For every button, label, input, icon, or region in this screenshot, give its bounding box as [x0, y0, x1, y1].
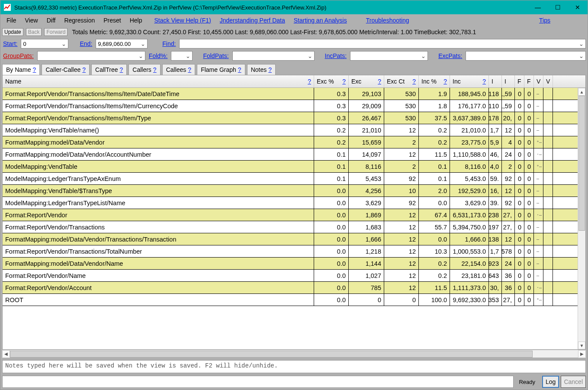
table-row[interactable]: Format:Report/Vendor/Transactions/Items/…: [3, 88, 585, 100]
log-button[interactable]: Log: [542, 376, 559, 388]
help-icon[interactable]: ?: [308, 78, 311, 85]
menu-regression[interactable]: Regression: [60, 16, 99, 25]
table-row[interactable]: FormatMapping:model/Data/Vendor/AccountN…: [3, 148, 585, 161]
cell-exc: 15,659: [349, 136, 384, 148]
foldpct-label[interactable]: Fold%:: [148, 52, 169, 59]
help-icon[interactable]: ?: [378, 78, 381, 85]
link-tips[interactable]: Tips: [535, 16, 555, 25]
help-icon[interactable]: ?: [82, 66, 86, 73]
menu-diff[interactable]: Diff: [42, 16, 60, 25]
table-row[interactable]: ModelMapping:VendTable/$TransType0.04,25…: [3, 185, 585, 197]
table-row[interactable]: Format:Report/Vendor/Account0.07851211.5…: [3, 282, 585, 294]
forward-button[interactable]: Forward: [44, 28, 67, 36]
link-understanding[interactable]: Jnderstanding Perf Data: [215, 16, 289, 25]
column-header[interactable]: V: [534, 75, 543, 87]
close-button[interactable]: ✕: [568, 0, 588, 14]
link-stack-view-help[interactable]: Stack View Help (F1): [150, 16, 215, 25]
scroll-thumb[interactable]: [10, 351, 533, 358]
link-starting[interactable]: Starting an Analysis: [289, 16, 351, 25]
table-row[interactable]: FormatMapping:model/Data/Vendor/Transact…: [3, 233, 585, 245]
table-row[interactable]: Format:Report/Vendor/Name0.01,027120.223…: [3, 270, 585, 282]
excpats-label[interactable]: ExcPats:: [437, 52, 463, 59]
tab-caller-callee[interactable]: Caller-Callee?: [42, 64, 90, 75]
foldpats-label[interactable]: FoldPats:: [202, 52, 229, 59]
column-header[interactable]: Exc Ct?: [384, 75, 419, 87]
foldpct-combo[interactable]: ⌄: [171, 51, 193, 61]
help-icon[interactable]: ?: [482, 78, 486, 85]
tab-notes[interactable]: Notes?: [247, 64, 276, 75]
end-combo[interactable]: 9,689,060.00 ⌄: [96, 39, 148, 48]
table-row[interactable]: FormatMapping:model/Data/Vendor/Name0.01…: [3, 258, 585, 270]
tab-callers[interactable]: Callers?: [129, 64, 160, 75]
column-header[interactable]: Exc %?: [314, 75, 349, 87]
link-troubleshooting[interactable]: Troubleshooting: [362, 16, 414, 25]
help-icon[interactable]: ?: [443, 78, 447, 85]
scroll-track[interactable]: [10, 350, 578, 358]
foldpats-combo[interactable]: ⌄: [232, 51, 315, 61]
cancel-button[interactable]: Cancel: [561, 376, 586, 388]
tab-calltree[interactable]: CallTree?: [91, 64, 127, 75]
tab-callees[interactable]: Callees?: [162, 64, 196, 75]
help-icon[interactable]: ?: [153, 66, 157, 73]
column-header[interactable]: Inc?: [450, 75, 489, 87]
update-button[interactable]: Update: [2, 28, 23, 36]
excpats-combo[interactable]: ⌄: [466, 51, 586, 61]
help-icon[interactable]: ?: [33, 66, 36, 73]
column-header[interactable]: I: [502, 75, 515, 87]
incpats-label[interactable]: IncPats:: [324, 52, 348, 59]
table-row[interactable]: ModelMapping:VendTable0.18,11620.18,116.…: [3, 161, 585, 173]
start-label[interactable]: Start:: [2, 40, 18, 47]
column-header[interactable]: I: [489, 75, 502, 87]
find-label[interactable]: Find:: [161, 40, 177, 47]
table-row[interactable]: ModelMapping:LedgerTransTypeList/Name0.0…: [3, 197, 585, 209]
tab-flame-graph[interactable]: Flame Graph?: [197, 64, 245, 75]
column-header[interactable]: V: [543, 75, 553, 87]
table-row[interactable]: Format:Report/Vendor/Transactions/Items/…: [3, 112, 585, 124]
scroll-down-icon[interactable]: ▼: [578, 342, 585, 349]
horizontal-scrollbar[interactable]: ◀ ▶: [2, 350, 586, 358]
cell-inc: 1,111,373.0: [450, 282, 489, 293]
table-row[interactable]: Format:Report/Vendor/Transactions/Items/…: [3, 100, 585, 112]
menu-preset[interactable]: Preset: [99, 16, 125, 25]
scroll-right-icon[interactable]: ▶: [578, 350, 586, 358]
vertical-scrollbar[interactable]: ▲ ▼: [578, 88, 585, 349]
start-combo[interactable]: 0 ⌄: [21, 39, 68, 48]
menu-help[interactable]: Help: [125, 16, 147, 25]
tab-by-name[interactable]: By Name?: [2, 64, 40, 75]
menu-view[interactable]: View: [21, 16, 42, 25]
scroll-thumb[interactable]: [578, 96, 585, 231]
status-input[interactable]: [2, 376, 514, 388]
back-button[interactable]: Back: [26, 28, 42, 36]
notes-textarea[interactable]: Notes typed here will be saved when the …: [2, 360, 586, 373]
scroll-up-icon[interactable]: ▲: [578, 88, 585, 96]
column-header[interactable]: Inc %?: [419, 75, 450, 87]
table-row[interactable]: Format:Report/Vendor/Transactions0.01,68…: [3, 221, 585, 233]
minimize-button[interactable]: —: [528, 0, 548, 14]
scroll-track[interactable]: [578, 96, 585, 342]
find-combo[interactable]: ⌄: [179, 39, 586, 48]
end-label[interactable]: End:: [79, 40, 93, 47]
help-icon[interactable]: ?: [119, 66, 123, 73]
column-header[interactable]: F: [515, 75, 524, 87]
cell-inc: 23,181.0: [450, 270, 489, 281]
table-row[interactable]: ModelMapping:LedgerTransTypeAxEnum0.15,4…: [3, 173, 585, 185]
help-icon[interactable]: ?: [268, 66, 272, 73]
maximize-button[interactable]: ☐: [548, 0, 568, 14]
table-row[interactable]: Format:Report/Vendor0.01,8691267.46,531,…: [3, 209, 585, 221]
help-icon[interactable]: ?: [342, 78, 346, 85]
column-header[interactable]: F: [524, 75, 534, 87]
column-header[interactable]: Name?: [3, 75, 314, 87]
grouppats-label[interactable]: GroupPats:: [2, 52, 35, 59]
table-row[interactable]: ModelMapping:VendTable/name()0.221,01012…: [3, 124, 585, 136]
help-icon[interactable]: ?: [238, 66, 241, 73]
help-icon[interactable]: ?: [188, 66, 191, 73]
table-row[interactable]: ROOT0.000100.09,692,330.035327,00ᵒ—: [3, 294, 585, 306]
table-row[interactable]: Format:Report/Vendor/Transactions/TotalN…: [3, 245, 585, 258]
grouppats-combo[interactable]: ⌄: [37, 51, 145, 61]
table-row[interactable]: FormatMapping:model/Data/Vendor0.215,659…: [3, 136, 585, 148]
incpats-combo[interactable]: ⌄: [350, 51, 428, 61]
help-icon[interactable]: ?: [412, 78, 416, 85]
menu-file[interactable]: File: [2, 16, 21, 25]
column-header[interactable]: Exc?: [349, 75, 384, 87]
scroll-left-icon[interactable]: ◀: [2, 350, 10, 358]
